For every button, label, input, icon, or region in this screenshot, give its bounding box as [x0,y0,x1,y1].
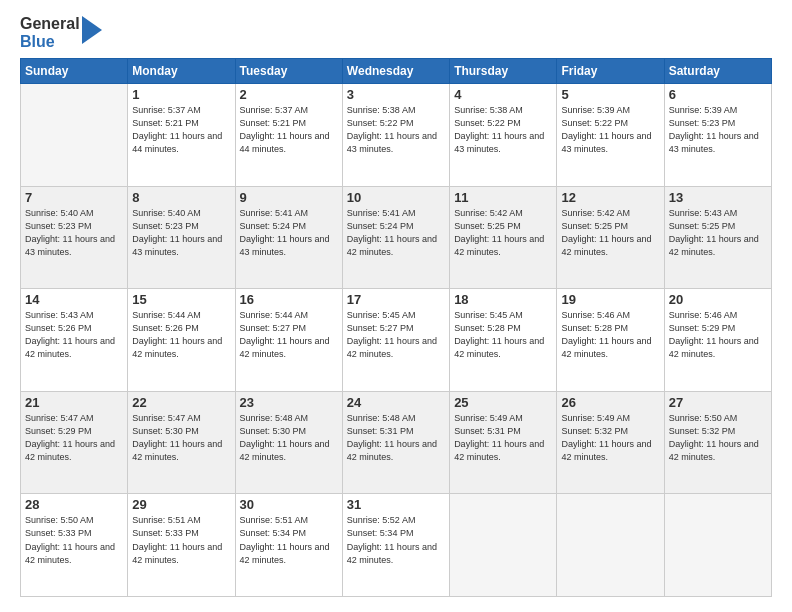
day-number: 27 [669,395,767,410]
calendar-cell: 4Sunrise: 5:38 AMSunset: 5:22 PMDaylight… [450,84,557,187]
calendar-cell: 11Sunrise: 5:42 AMSunset: 5:25 PMDayligh… [450,186,557,289]
day-info: Sunrise: 5:39 AMSunset: 5:23 PMDaylight:… [669,104,767,156]
weekday-header-tuesday: Tuesday [235,59,342,84]
day-info: Sunrise: 5:47 AMSunset: 5:29 PMDaylight:… [25,412,123,464]
day-info: Sunrise: 5:42 AMSunset: 5:25 PMDaylight:… [561,207,659,259]
calendar-week-row: 14Sunrise: 5:43 AMSunset: 5:26 PMDayligh… [21,289,772,392]
day-number: 26 [561,395,659,410]
day-number: 18 [454,292,552,307]
weekday-header-thursday: Thursday [450,59,557,84]
calendar-cell: 21Sunrise: 5:47 AMSunset: 5:29 PMDayligh… [21,391,128,494]
day-number: 4 [454,87,552,102]
day-info: Sunrise: 5:43 AMSunset: 5:25 PMDaylight:… [669,207,767,259]
calendar-cell: 22Sunrise: 5:47 AMSunset: 5:30 PMDayligh… [128,391,235,494]
day-info: Sunrise: 5:38 AMSunset: 5:22 PMDaylight:… [347,104,445,156]
calendar-cell: 1Sunrise: 5:37 AMSunset: 5:21 PMDaylight… [128,84,235,187]
day-number: 14 [25,292,123,307]
day-info: Sunrise: 5:51 AMSunset: 5:34 PMDaylight:… [240,514,338,566]
day-info: Sunrise: 5:52 AMSunset: 5:34 PMDaylight:… [347,514,445,566]
day-info: Sunrise: 5:50 AMSunset: 5:33 PMDaylight:… [25,514,123,566]
day-info: Sunrise: 5:50 AMSunset: 5:32 PMDaylight:… [669,412,767,464]
day-info: Sunrise: 5:38 AMSunset: 5:22 PMDaylight:… [454,104,552,156]
weekday-header-sunday: Sunday [21,59,128,84]
day-number: 30 [240,497,338,512]
calendar-cell: 31Sunrise: 5:52 AMSunset: 5:34 PMDayligh… [342,494,449,597]
calendar-cell: 24Sunrise: 5:48 AMSunset: 5:31 PMDayligh… [342,391,449,494]
day-number: 23 [240,395,338,410]
calendar-cell: 6Sunrise: 5:39 AMSunset: 5:23 PMDaylight… [664,84,771,187]
day-info: Sunrise: 5:48 AMSunset: 5:30 PMDaylight:… [240,412,338,464]
day-info: Sunrise: 5:51 AMSunset: 5:33 PMDaylight:… [132,514,230,566]
calendar-cell: 17Sunrise: 5:45 AMSunset: 5:27 PMDayligh… [342,289,449,392]
day-number: 20 [669,292,767,307]
calendar-week-row: 21Sunrise: 5:47 AMSunset: 5:29 PMDayligh… [21,391,772,494]
logo-arrow-icon [82,16,102,44]
logo-text: General Blue [20,15,80,50]
day-number: 3 [347,87,445,102]
header: General Blue [20,15,772,50]
day-number: 12 [561,190,659,205]
calendar-cell: 20Sunrise: 5:46 AMSunset: 5:29 PMDayligh… [664,289,771,392]
day-number: 1 [132,87,230,102]
calendar-cell: 28Sunrise: 5:50 AMSunset: 5:33 PMDayligh… [21,494,128,597]
weekday-header-saturday: Saturday [664,59,771,84]
day-number: 21 [25,395,123,410]
day-info: Sunrise: 5:40 AMSunset: 5:23 PMDaylight:… [132,207,230,259]
calendar-cell: 5Sunrise: 5:39 AMSunset: 5:22 PMDaylight… [557,84,664,187]
day-number: 17 [347,292,445,307]
day-info: Sunrise: 5:44 AMSunset: 5:26 PMDaylight:… [132,309,230,361]
calendar-cell: 27Sunrise: 5:50 AMSunset: 5:32 PMDayligh… [664,391,771,494]
logo: General Blue [20,15,102,50]
day-number: 6 [669,87,767,102]
calendar-cell: 29Sunrise: 5:51 AMSunset: 5:33 PMDayligh… [128,494,235,597]
day-number: 15 [132,292,230,307]
calendar-cell: 12Sunrise: 5:42 AMSunset: 5:25 PMDayligh… [557,186,664,289]
calendar-cell: 13Sunrise: 5:43 AMSunset: 5:25 PMDayligh… [664,186,771,289]
weekday-header-monday: Monday [128,59,235,84]
day-info: Sunrise: 5:49 AMSunset: 5:32 PMDaylight:… [561,412,659,464]
calendar-cell: 26Sunrise: 5:49 AMSunset: 5:32 PMDayligh… [557,391,664,494]
day-number: 29 [132,497,230,512]
calendar-cell [557,494,664,597]
day-number: 16 [240,292,338,307]
day-info: Sunrise: 5:47 AMSunset: 5:30 PMDaylight:… [132,412,230,464]
day-info: Sunrise: 5:49 AMSunset: 5:31 PMDaylight:… [454,412,552,464]
day-number: 24 [347,395,445,410]
day-number: 31 [347,497,445,512]
day-number: 9 [240,190,338,205]
day-number: 2 [240,87,338,102]
calendar-cell: 2Sunrise: 5:37 AMSunset: 5:21 PMDaylight… [235,84,342,187]
calendar-cell: 10Sunrise: 5:41 AMSunset: 5:24 PMDayligh… [342,186,449,289]
calendar-cell: 18Sunrise: 5:45 AMSunset: 5:28 PMDayligh… [450,289,557,392]
calendar-cell: 23Sunrise: 5:48 AMSunset: 5:30 PMDayligh… [235,391,342,494]
weekday-header-row: SundayMondayTuesdayWednesdayThursdayFrid… [21,59,772,84]
calendar-cell: 19Sunrise: 5:46 AMSunset: 5:28 PMDayligh… [557,289,664,392]
calendar-week-row: 7Sunrise: 5:40 AMSunset: 5:23 PMDaylight… [21,186,772,289]
day-info: Sunrise: 5:37 AMSunset: 5:21 PMDaylight:… [132,104,230,156]
day-info: Sunrise: 5:45 AMSunset: 5:27 PMDaylight:… [347,309,445,361]
calendar-cell: 14Sunrise: 5:43 AMSunset: 5:26 PMDayligh… [21,289,128,392]
logo-container: General Blue [20,15,102,50]
calendar-cell [450,494,557,597]
day-number: 10 [347,190,445,205]
day-number: 11 [454,190,552,205]
day-info: Sunrise: 5:41 AMSunset: 5:24 PMDaylight:… [240,207,338,259]
day-info: Sunrise: 5:39 AMSunset: 5:22 PMDaylight:… [561,104,659,156]
weekday-header-friday: Friday [557,59,664,84]
logo-blue: Blue [20,33,80,51]
calendar-cell: 30Sunrise: 5:51 AMSunset: 5:34 PMDayligh… [235,494,342,597]
calendar-cell [664,494,771,597]
day-number: 7 [25,190,123,205]
calendar-cell: 7Sunrise: 5:40 AMSunset: 5:23 PMDaylight… [21,186,128,289]
day-info: Sunrise: 5:45 AMSunset: 5:28 PMDaylight:… [454,309,552,361]
day-info: Sunrise: 5:41 AMSunset: 5:24 PMDaylight:… [347,207,445,259]
day-info: Sunrise: 5:46 AMSunset: 5:29 PMDaylight:… [669,309,767,361]
page: General Blue SundayMondayTuesdayWednesda… [0,0,792,612]
calendar-week-row: 28Sunrise: 5:50 AMSunset: 5:33 PMDayligh… [21,494,772,597]
day-info: Sunrise: 5:43 AMSunset: 5:26 PMDaylight:… [25,309,123,361]
calendar-cell: 3Sunrise: 5:38 AMSunset: 5:22 PMDaylight… [342,84,449,187]
day-number: 5 [561,87,659,102]
calendar-table: SundayMondayTuesdayWednesdayThursdayFrid… [20,58,772,597]
svg-marker-0 [82,16,102,44]
day-info: Sunrise: 5:44 AMSunset: 5:27 PMDaylight:… [240,309,338,361]
